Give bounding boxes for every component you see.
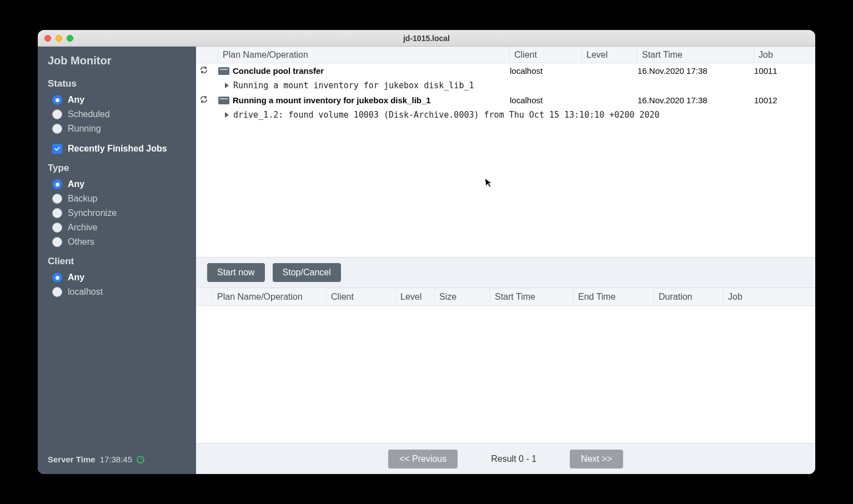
detail-text: drive_1.2: found volume 10003 (Disk-Arch… [233,110,660,120]
th-size[interactable]: Size [435,288,490,305]
th-plan[interactable]: Plan Name/Operation [213,288,327,305]
type-option-label: Any [68,179,84,189]
expand-icon[interactable] [225,83,229,88]
radio-icon [52,179,62,189]
th-start[interactable]: Start Time [490,288,574,305]
type-option-others[interactable]: Others [48,235,186,249]
detail-text: Running a mount inventory for jukebox di… [233,80,474,90]
start-now-button[interactable]: Start now [207,263,265,282]
th-level[interactable]: Level [582,47,638,63]
th-client[interactable]: Client [327,288,396,305]
type-option-archive[interactable]: Archive [48,220,186,235]
sidebar: Job Monitor Status Any Scheduled Running… [38,47,196,474]
type-option-backup[interactable]: Backup [48,191,186,206]
th-start[interactable]: Start Time [638,47,754,63]
client-label: Client [48,256,186,267]
upper-table-body: Conclude pool transfer localhost 16.Nov.… [196,63,815,258]
job-icon [218,97,229,104]
next-button[interactable]: Next >> [570,450,623,468]
checkbox-icon [52,144,62,154]
client-option-any[interactable]: Any [48,270,186,285]
titlebar: jd-1015.local [38,30,815,47]
radio-icon [52,124,62,134]
radio-icon [52,208,62,218]
refresh-icon [199,95,208,105]
radio-icon [52,95,62,105]
status-option-running[interactable]: Running [48,122,186,136]
cursor-icon [484,177,494,189]
status-option-label: Any [68,95,84,105]
previous-button[interactable]: << Previous [388,450,458,468]
type-option-label: Synchronize [68,208,117,218]
start-cell: 16.Nov.2020 17:38 [638,95,754,105]
status-option-label: Running [68,124,101,134]
client-option-label: Any [68,273,84,283]
radio-icon [52,237,62,247]
expand-icon[interactable] [225,112,229,118]
th-job[interactable]: Job [754,47,815,63]
lower-table-header: Plan Name/Operation Client Level Size St… [196,288,815,306]
type-label: Type [48,163,186,174]
radio-icon [52,223,62,233]
client-cell: localhost [510,95,582,105]
status-option-label: Scheduled [68,109,110,119]
th-end[interactable]: End Time [574,288,654,305]
server-time-value: 17:38:45 [100,455,132,464]
client-option-localhost[interactable]: localhost [48,285,186,299]
action-toolbar: Start now Stop/Cancel [196,258,815,288]
type-option-label: Others [68,237,94,247]
type-option-label: Archive [68,223,97,233]
status-option-scheduled[interactable]: Scheduled [48,107,186,122]
start-cell: 16.Nov.2020 17:38 [638,66,754,75]
plan-name: Conclude pool transfer [233,66,324,75]
radio-icon [52,273,62,283]
stop-cancel-button[interactable]: Stop/Cancel [273,263,341,282]
app-window: jd-1015.local Job Monitor Status Any Sch… [38,30,815,474]
status-option-any[interactable]: Any [48,93,186,107]
upper-table-header: Plan Name/Operation Client Level Start T… [196,47,815,63]
job-cell: 10012 [754,95,815,105]
main-area: Plan Name/Operation Client Level Start T… [196,47,815,474]
table-row[interactable]: Conclude pool transfer localhost 16.Nov.… [196,63,815,78]
window-title: jd-1015.local [38,34,815,43]
th-client[interactable]: Client [510,47,582,63]
table-row[interactable]: Running a mount inventory for jukebox di… [196,93,815,108]
pagination-footer: << Previous Result 0 - 1 Next >> [196,443,815,474]
radio-icon [52,109,62,119]
lower-table-body [196,306,815,443]
th-level[interactable]: Level [396,288,435,305]
th-plan[interactable]: Plan Name/Operation [218,47,510,63]
client-option-label: localhost [68,287,103,297]
client-cell: localhost [510,66,582,75]
table-row-detail[interactable]: Running a mount inventory for jukebox di… [196,78,815,93]
sidebar-heading: Job Monitor [48,54,186,67]
status-label: Status [48,78,186,89]
recent-finished-checkbox[interactable]: Recently Finished Jobs [48,142,186,156]
job-cell: 10011 [754,66,815,75]
clock-icon [137,456,144,463]
radio-icon [52,194,62,204]
plan-name: Running a mount inventory for jukebox di… [233,95,431,105]
server-time-label: Server Time [48,455,96,464]
th-duration[interactable]: Duration [654,288,724,305]
recent-finished-label: Recently Finished Jobs [68,144,167,154]
job-icon [218,67,229,75]
type-option-label: Backup [68,194,97,204]
refresh-icon [199,65,208,76]
th-job[interactable]: Job [724,288,815,305]
radio-icon [52,287,62,297]
result-label: Result 0 - 1 [491,454,536,464]
type-option-any[interactable]: Any [48,177,186,191]
type-option-synchronize[interactable]: Synchronize [48,206,186,220]
server-time: Server Time 17:38:45 [48,455,186,468]
table-row-detail[interactable]: drive_1.2: found volume 10003 (Disk-Arch… [196,108,815,122]
